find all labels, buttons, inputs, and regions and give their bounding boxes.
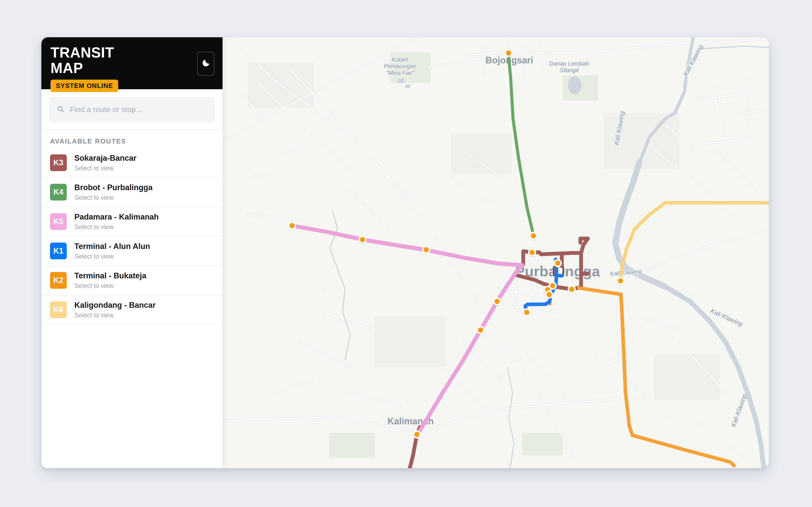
route-subtitle: Select to view xyxy=(74,165,137,172)
transit-stop[interactable] xyxy=(529,232,538,240)
routes-section-title: AVAILABLE ROUTES xyxy=(41,130,222,148)
route-subtitle: Select to view xyxy=(74,282,146,289)
route-name: Brobot - Purbalingga xyxy=(74,183,153,192)
route-badge-K1: K1 xyxy=(50,242,67,259)
moon-icon xyxy=(201,58,211,69)
app-title-line1: TRANSIT xyxy=(50,45,213,60)
transit-stop[interactable] xyxy=(504,49,513,58)
route-badge-K5: K5 xyxy=(50,213,67,230)
transit-stop[interactable] xyxy=(288,222,296,230)
route-badge-K3: K3 xyxy=(50,154,67,171)
transit-stop[interactable] xyxy=(567,285,576,294)
search-box[interactable] xyxy=(49,97,214,122)
route-badge-K4: K4 xyxy=(50,184,67,201)
search-input[interactable] xyxy=(69,105,207,114)
transit-stop[interactable] xyxy=(422,246,430,255)
route-subtitle: Select to view xyxy=(74,194,153,201)
route-item-K6[interactable]: K6Kaligondang - BancarSelect to view xyxy=(41,295,222,325)
routes-section: AVAILABLE ROUTES K3Sokaraja-BancarSelect… xyxy=(41,129,222,468)
route-name: Sokaraja-Bancar xyxy=(74,154,137,163)
app-title-line2: MAP xyxy=(50,60,213,76)
water-label: Kali-Klawing xyxy=(729,393,748,428)
route-line-K6[interactable] xyxy=(621,203,769,280)
route-item-K5[interactable]: K5Padamara - KalimanahSelect to view xyxy=(41,207,222,236)
route-item-K4[interactable]: K4Brobot - PurbalinggaSelect to view xyxy=(41,178,222,207)
water-label: Danau LembahSilangit xyxy=(549,60,589,73)
search-block xyxy=(41,89,222,129)
route-list: K3Sokaraja-BancarSelect to viewK4Brobot … xyxy=(41,148,222,325)
route-item-K1[interactable]: K1Terminal - Alun AlunSelect to view xyxy=(41,236,222,266)
water-label: Kali Klawing xyxy=(682,43,704,77)
sidebar: TRANSIT MAP SYSTEM ONLINE AVAILA xyxy=(41,37,222,468)
route-subtitle: Select to view xyxy=(74,253,150,260)
route-subtitle: Select to view xyxy=(74,223,159,231)
route-line-K4[interactable] xyxy=(509,54,534,235)
status-badge: SYSTEM ONLINE xyxy=(50,79,118,92)
route-name: Kaligondang - Bancar xyxy=(74,301,156,310)
sidebar-header: TRANSIT MAP SYSTEM ONLINE xyxy=(41,37,222,89)
dark-mode-toggle-button[interactable] xyxy=(197,52,214,75)
route-name: Terminal - Bukateja xyxy=(74,271,146,280)
transit-stop[interactable] xyxy=(522,308,531,317)
route-badge-K2: K2 xyxy=(50,272,67,289)
map-canvas[interactable]: KolamPemacingan"Mina Fair"Danau LembahSi… xyxy=(222,37,769,468)
route-name: Padamara - Kalimanah xyxy=(74,213,159,222)
route-item-K3[interactable]: K3Sokaraja-BancarSelect to view xyxy=(41,148,222,178)
app-title: TRANSIT MAP xyxy=(50,45,213,76)
route-subtitle: Select to view xyxy=(74,312,156,319)
search-icon xyxy=(57,105,65,114)
app-card: TRANSIT MAP SYSTEM ONLINE AVAILA xyxy=(41,37,769,468)
route-badge-K6: K6 xyxy=(50,301,67,318)
route-item-K2[interactable]: K2Terminal - BukatejaSelect to view xyxy=(41,266,222,295)
route-name: Terminal - Alun Alun xyxy=(74,242,150,251)
